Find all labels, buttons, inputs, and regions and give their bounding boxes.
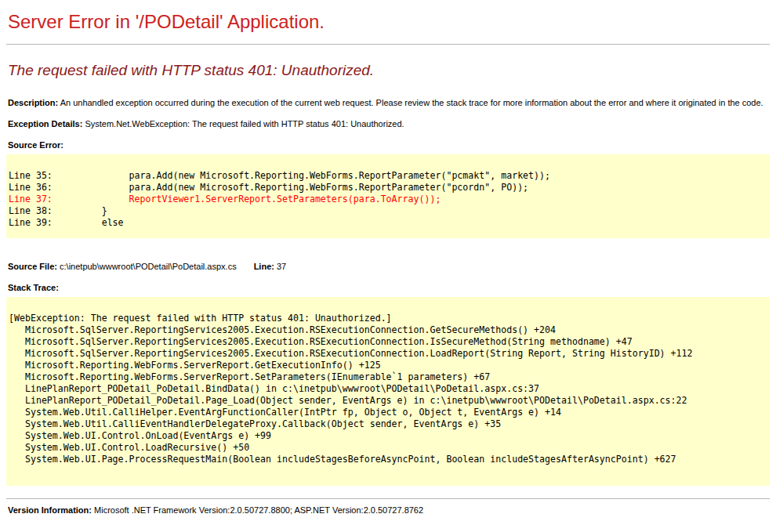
description-text: An unhandled exception occurred during t… [60, 98, 763, 107]
source-file-label: Source File: [8, 262, 57, 271]
source-error-label: Source Error: [8, 140, 770, 150]
version-info-label: Version Information: [8, 505, 92, 515]
source-file-path: c:\inetpub\wwwroot\PODetail\PoDetail.asp… [60, 262, 237, 271]
header-divider [6, 44, 770, 45]
error-subtitle: The request failed with HTTP status 401:… [8, 62, 770, 79]
exception-details-line: Exception Details: System.Net.WebExcepti… [8, 119, 770, 128]
line-number-label: Line: [254, 262, 274, 271]
stack-trace-box: [WebException: The request failed with H… [6, 297, 770, 486]
code-error-line: Line 37: ReportViewer1.ServerReport.SetP… [9, 194, 441, 204]
version-info-line: Version Information: Microsoft .NET Fram… [8, 505, 770, 515]
source-error-code: Line 35: para.Add(new Microsoft.Reportin… [6, 154, 770, 238]
footer-divider [6, 498, 770, 499]
line-number-value: 37 [277, 262, 286, 271]
code-lines-before: Line 35: para.Add(new Microsoft.Reportin… [9, 170, 550, 193]
stack-trace-label: Stack Trace: [8, 283, 770, 292]
code-lines-after: Line 38: } Line 39: else [9, 205, 124, 228]
description-line: Description: An unhandled exception occu… [8, 98, 770, 107]
description-label: Description: [8, 98, 58, 107]
stack-trace-text: [WebException: The request failed with H… [6, 297, 770, 486]
version-info-text: Microsoft .NET Framework Version:2.0.507… [94, 505, 423, 515]
exception-details-text: System.Net.WebException: The request fai… [85, 119, 404, 128]
source-file-line: Source File: c:\inetpub\wwwroot\PODetail… [8, 262, 770, 271]
page-title: Server Error in '/PODetail' Application. [8, 11, 770, 33]
source-error-box: Line 35: para.Add(new Microsoft.Reportin… [6, 154, 770, 238]
exception-details-label: Exception Details: [8, 119, 82, 128]
